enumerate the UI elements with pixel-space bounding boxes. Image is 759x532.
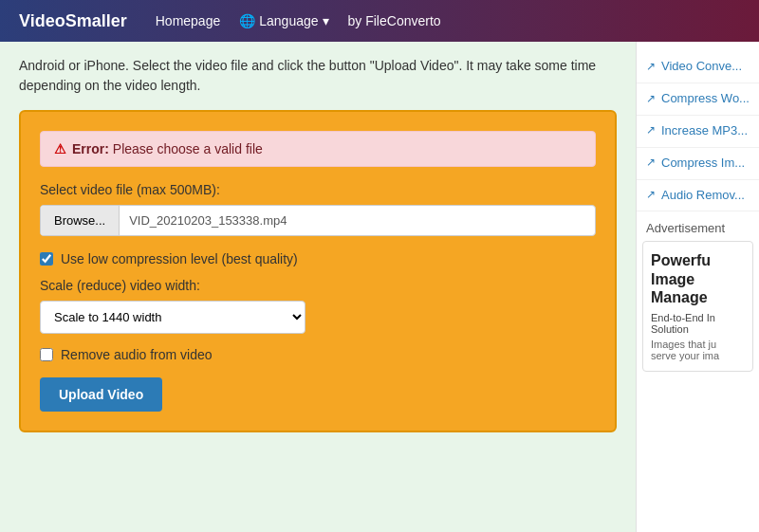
sidebar-link-increase-mp3[interactable]: ↗ Increase MP3...: [637, 116, 759, 148]
left-content: Android or iPhone. Select the video file…: [0, 42, 636, 532]
advertisement-label: Advertisement: [637, 211, 759, 241]
main-layout: Android or iPhone. Select the video file…: [0, 42, 759, 532]
sidebar-link-label: Compress Wo...: [661, 91, 750, 107]
intro-text: Android or iPhone. Select the video file…: [19, 56, 617, 96]
browse-button[interactable]: Browse...: [41, 206, 120, 235]
sidebar-link-video-convert[interactable]: ↗ Video Conve...: [637, 51, 759, 83]
error-message: ⚠ Error: Please choose a valid file: [40, 131, 596, 167]
ad-body: Images that ju serve your ima: [651, 339, 745, 361]
advertisement-card: Powerfu Image Manage End-to-End In Solut…: [642, 241, 753, 372]
selected-file-name: VID_20210203_153338.mp4: [120, 206, 595, 235]
error-bold-label: Error: Please choose a valid file: [72, 141, 263, 156]
sidebar-link-label: Video Conve...: [661, 59, 742, 75]
upload-button[interactable]: Upload Video: [40, 377, 162, 412]
nav-homepage[interactable]: Homepage: [156, 13, 221, 28]
site-logo[interactable]: VideoSmaller: [19, 11, 127, 31]
chevron-down-icon: ▾: [323, 13, 329, 28]
warning-icon: ⚠: [54, 141, 66, 156]
external-link-icon: ↗: [646, 123, 656, 138]
nav-language[interactable]: 🌐 Language ▾: [239, 13, 328, 28]
compression-checkbox[interactable]: [40, 252, 53, 266]
file-input-row: Browse... VID_20210203_153338.mp4: [40, 205, 596, 236]
nav-fileconverto[interactable]: by FileConverto: [348, 13, 441, 28]
compression-checkbox-row: Use low compression level (best quality): [40, 251, 596, 266]
sidebar-link-label: Increase MP3...: [661, 123, 748, 139]
external-link-icon: ↗: [646, 92, 656, 107]
ad-title: Powerfu Image Manage: [651, 251, 745, 306]
header: VideoSmaller Homepage 🌐 Language ▾ by Fi…: [0, 0, 759, 42]
external-link-icon: ↗: [646, 188, 656, 203]
external-link-icon: ↗: [646, 156, 656, 171]
sidebar-link-label: Audio Remov...: [661, 188, 745, 204]
sidebar-link-compress-word[interactable]: ↗ Compress Wo...: [637, 83, 759, 116]
remove-audio-checkbox[interactable]: [40, 348, 53, 361]
scale-select[interactable]: No scaling Scale to 240 width Scale to 3…: [40, 301, 305, 334]
external-link-icon: ↗: [646, 60, 656, 75]
ad-subtitle: End-to-End In Solution: [651, 312, 745, 335]
main-nav: Homepage 🌐 Language ▾ by FileConverto: [156, 13, 441, 28]
compression-label[interactable]: Use low compression level (best quality): [61, 251, 298, 266]
sidebar-link-audio-remove[interactable]: ↗ Audio Remov...: [637, 180, 759, 212]
remove-audio-label[interactable]: Remove audio from video: [61, 347, 213, 362]
language-icon: 🌐: [239, 13, 255, 28]
sidebar-link-compress-image[interactable]: ↗ Compress Im...: [637, 148, 759, 180]
upload-form-card: ⚠ Error: Please choose a valid file Sele…: [19, 110, 617, 432]
scale-label: Scale (reduce) video width:: [40, 278, 596, 293]
sidebar-link-label: Compress Im...: [661, 156, 745, 172]
right-sidebar: ↗ Video Conve... ↗ Compress Wo... ↗ Incr…: [636, 42, 759, 532]
remove-audio-row: Remove audio from video: [40, 347, 596, 362]
file-input-label: Select video file (max 500MB):: [40, 182, 596, 197]
